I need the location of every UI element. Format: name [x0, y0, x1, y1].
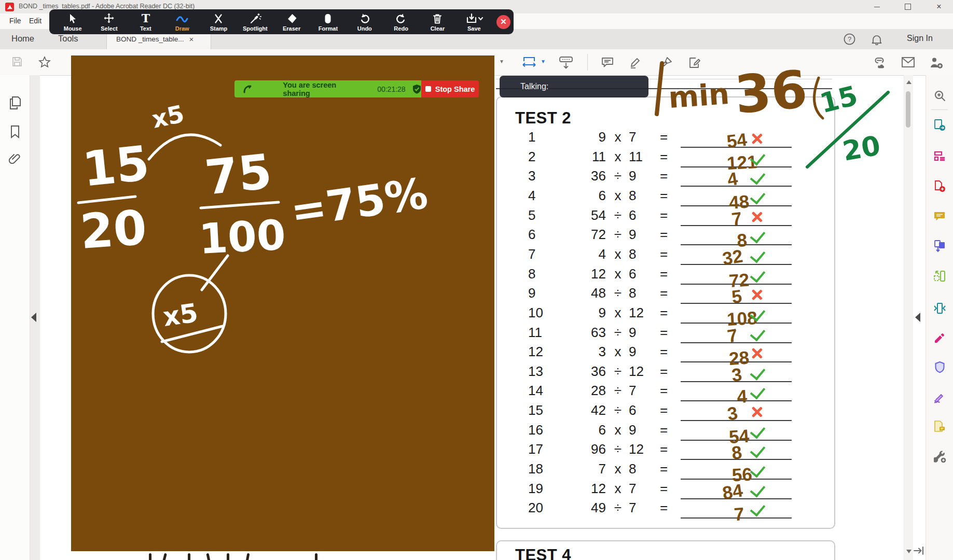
export-pdf-icon[interactable]	[934, 119, 946, 131]
expand-right-pane-icon[interactable]	[915, 313, 920, 322]
page-thumbnails-icon[interactable]	[8, 96, 22, 110]
minimize-icon[interactable]	[865, 0, 888, 13]
save-file-icon[interactable]	[11, 56, 23, 67]
next-view-icon[interactable]	[913, 545, 924, 556]
collapse-left-pane-icon[interactable]	[31, 313, 36, 322]
time-note: min 36	[650, 51, 821, 131]
score-note: 15 20	[798, 72, 902, 180]
left-sidebar	[0, 75, 30, 560]
text-icon: T	[140, 12, 152, 25]
tool-spotlight[interactable]: Spotlight	[237, 9, 273, 34]
scroll-mode-icon[interactable]	[558, 56, 574, 69]
tool-format[interactable]: Format	[310, 9, 346, 34]
tool-text[interactable]: T Text	[128, 9, 164, 34]
more-tools-icon[interactable]	[934, 451, 946, 463]
search-tools-icon[interactable]	[934, 90, 946, 102]
top-multiplier-label: x5	[149, 100, 187, 134]
time-digit-stroke	[657, 63, 662, 114]
edit-pdf-icon[interactable]	[934, 150, 946, 162]
bell-icon[interactable]	[871, 33, 882, 45]
bookmarks-icon[interactable]	[9, 125, 21, 138]
circled-multiplier-label: x5	[161, 298, 200, 332]
tab-home[interactable]: Home	[11, 34, 34, 44]
scrollbar-thumb[interactable]	[906, 91, 910, 128]
combine-files-icon[interactable]	[934, 240, 946, 252]
trash-icon	[431, 12, 444, 25]
right-fraction-denominator: 100	[198, 211, 287, 263]
draw-icon	[175, 12, 189, 25]
format-icon	[322, 12, 334, 25]
close-toolbar-icon[interactable]: ✕	[496, 15, 510, 29]
compress-pdf-icon[interactable]	[934, 302, 946, 314]
shield-check-icon	[412, 84, 421, 94]
tool-mouse[interactable]: Mouse	[54, 9, 91, 34]
test2-title: TEST 2	[515, 109, 571, 128]
whiteboard-drawing: x5 15 20 75 100 =75% x5	[71, 55, 494, 551]
page-fit-icon[interactable]	[522, 56, 540, 69]
menu-file[interactable]: File	[9, 17, 21, 25]
result-label: =75%	[287, 169, 431, 236]
cursor-icon	[66, 12, 79, 25]
scroll-down-icon[interactable]	[906, 550, 911, 553]
eraser-icon	[285, 12, 298, 25]
highlighter-icon[interactable]	[629, 56, 642, 69]
add-person-icon[interactable]	[929, 56, 944, 70]
svg-text:?: ?	[848, 35, 851, 43]
window-title: BOND _times_tables.pdf - Adobe Acrobat R…	[19, 3, 195, 10]
close-icon[interactable]: ×	[928, 0, 950, 13]
attachments-icon[interactable]	[8, 152, 22, 167]
email-icon[interactable]	[901, 56, 915, 69]
help-icon[interactable]: ?	[844, 33, 855, 45]
undo-icon	[358, 12, 371, 25]
share-status-section: You are screen sharing 00:21:28	[234, 80, 421, 97]
tool-draw[interactable]: Draw	[164, 9, 200, 34]
save-caret-icon	[479, 18, 482, 20]
talking-tooltip: Talking:	[500, 76, 648, 97]
screen-share-bar: You are screen sharing 00:21:28 Stop Sha…	[234, 80, 479, 97]
scroll-up-icon[interactable]	[906, 80, 911, 84]
tool-undo[interactable]: Undo	[347, 9, 383, 34]
spotlight-icon	[249, 12, 261, 25]
tool-clear[interactable]: Clear	[419, 9, 455, 34]
vertical-scrollbar[interactable]	[904, 75, 913, 560]
tool-select[interactable]: Select	[91, 9, 127, 34]
redact-icon[interactable]	[934, 332, 946, 344]
create-pdf-icon[interactable]	[934, 180, 946, 192]
save-icon	[465, 12, 483, 25]
comment-bubble-icon[interactable]	[601, 56, 614, 69]
comment-icon[interactable]	[934, 211, 946, 222]
tool-eraser[interactable]: Eraser	[273, 9, 310, 34]
protect-icon[interactable]	[934, 361, 946, 374]
stop-icon	[425, 86, 431, 92]
tab-close-icon[interactable]: ×	[189, 35, 194, 44]
talking-label: Talking:	[520, 82, 548, 91]
left-fraction-denominator: 20	[78, 200, 148, 260]
sign-in-button[interactable]: Sign In	[907, 34, 933, 43]
right-fraction-numerator: 75	[202, 144, 274, 206]
stamp-icon	[212, 12, 225, 25]
stop-share-label: Stop Share	[435, 85, 475, 93]
stop-share-button[interactable]: Stop Share	[421, 80, 479, 97]
share-link-icon[interactable]	[873, 56, 887, 69]
star-icon[interactable]	[38, 56, 51, 68]
svg-text:T: T	[142, 12, 150, 25]
page-fit-caret-icon[interactable]: ▼	[541, 59, 546, 64]
time-unit-text: min	[667, 77, 730, 115]
maximize-icon[interactable]	[896, 0, 919, 13]
organize-pages-icon[interactable]	[934, 270, 946, 282]
fill-sign-icon[interactable]	[934, 391, 946, 403]
tool-stamp[interactable]: Stamp	[200, 9, 237, 34]
chevron-down-icon[interactable]: ▼	[499, 59, 504, 64]
right-tools-sidebar	[926, 75, 953, 560]
share-status-text: You are screen sharing	[283, 81, 363, 97]
send-comments-icon[interactable]	[934, 421, 946, 432]
tab-tools[interactable]: Tools	[58, 34, 78, 44]
share-timer: 00:21:28	[377, 85, 406, 93]
test4-title: TEST 4	[515, 546, 571, 560]
whiteboard-canvas[interactable]: x5 15 20 75 100 =75% x5	[71, 55, 494, 551]
tool-redo[interactable]: Redo	[383, 9, 419, 34]
redo-icon	[395, 12, 407, 25]
tool-save[interactable]: Save	[456, 9, 492, 34]
document-tab-label: BOND _times_table...	[116, 35, 184, 43]
menu-edit[interactable]: Edit	[29, 17, 42, 25]
